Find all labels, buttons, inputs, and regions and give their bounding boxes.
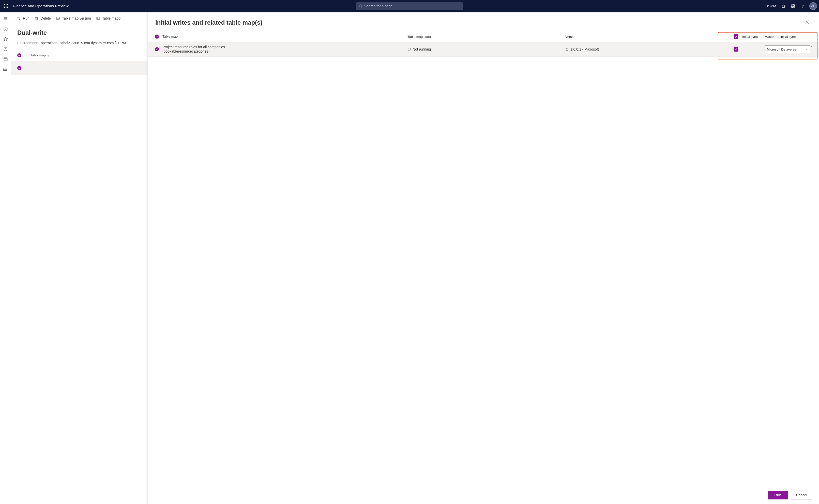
panel-footer: Run Cancel — [148, 486, 819, 504]
svg-point-23 — [3, 68, 4, 69]
left-nav-rail — [0, 12, 11, 504]
col-initial-sync[interactable]: Initial sync — [742, 35, 758, 39]
row-status-icon — [17, 66, 21, 70]
col-map-status[interactable]: Table map status — [407, 35, 565, 39]
cancel-button[interactable]: Cancel — [791, 491, 812, 499]
grid-row-map-line1: Project resource roles for all companies — [162, 45, 404, 50]
top-app-bar: Finance and Operations Preview Search fo… — [0, 0, 819, 12]
nav-favorites-icon[interactable] — [2, 35, 10, 43]
app-title: Finance and Operations Preview — [13, 4, 69, 8]
panel-title: Initial writes and related table map(s) — [155, 19, 262, 26]
user-avatar[interactable]: AD — [809, 2, 817, 10]
cmd-table-map-version[interactable]: 123 Table map version — [56, 16, 91, 20]
panel-grid-row[interactable]: Project resource roles for all companies… — [148, 42, 819, 56]
run-icon — [17, 16, 21, 20]
nav-modules-icon[interactable] — [2, 65, 10, 73]
required-asterisk-icon: * — [811, 45, 812, 48]
company-code[interactable]: USPM — [766, 4, 776, 8]
lock-icon — [565, 48, 569, 51]
svg-point-3 — [4, 6, 5, 6]
svg-point-5 — [7, 6, 8, 6]
col-version[interactable]: Version — [565, 35, 734, 39]
svg-rect-30 — [97, 17, 100, 19]
header-status-icon[interactable] — [17, 53, 21, 57]
cmd-run[interactable]: Run — [17, 16, 29, 20]
grid-header-status-icon[interactable] — [155, 35, 159, 39]
help-icon[interactable] — [799, 2, 807, 10]
svg-point-11 — [793, 5, 794, 7]
cmd-table-mappings[interactable]: Table mappi — [96, 16, 121, 20]
svg-point-8 — [7, 7, 8, 8]
search-icon — [359, 4, 362, 8]
grid-row-version: 1.0.0.1 - Microsoft — [571, 47, 599, 51]
cmd-delete[interactable]: Delete — [35, 16, 51, 20]
svg-point-2 — [7, 4, 8, 5]
nav-home-icon[interactable] — [2, 25, 10, 33]
row-initial-sync-checkbox[interactable] — [734, 47, 738, 52]
panel-grid-header: Table map Table map status Version Initi… — [148, 31, 819, 42]
notifications-icon[interactable] — [779, 2, 787, 10]
svg-line-10 — [361, 7, 362, 8]
svg-rect-35 — [566, 49, 568, 50]
settings-icon[interactable] — [789, 2, 797, 10]
sort-ascending-icon: ↑ — [48, 54, 49, 57]
grid-row-status: Not running — [413, 47, 431, 51]
nav-recent-icon[interactable] — [2, 45, 10, 53]
not-running-icon — [407, 48, 411, 51]
close-icon[interactable] — [804, 19, 811, 27]
initial-writes-panel: Initial writes and related table map(s) … — [147, 12, 819, 504]
nav-workspaces-icon[interactable] — [2, 55, 10, 63]
svg-point-0 — [4, 4, 5, 5]
svg-rect-18 — [4, 58, 7, 61]
grid-row-status-icon — [155, 47, 159, 51]
environment-label: Environment: — [17, 41, 38, 45]
svg-point-6 — [4, 7, 5, 8]
col-table-map[interactable]: Table map — [162, 35, 407, 39]
svg-point-25 — [3, 70, 4, 71]
header-initial-sync-checkbox[interactable] — [734, 34, 738, 39]
grid-row-map-line2: (bookableresourcecategories) — [162, 49, 404, 54]
delete-icon — [35, 16, 39, 20]
master-for-initial-sync-select[interactable]: Microsoft Dataverse * — [765, 45, 810, 53]
global-search-input[interactable]: Search for a page — [356, 2, 463, 10]
chevron-down-icon — [805, 48, 808, 51]
version-icon: 123 — [56, 16, 60, 20]
svg-point-1 — [6, 4, 7, 5]
svg-point-24 — [3, 69, 4, 70]
top-right-controls: USPM AD — [766, 2, 817, 10]
svg-point-7 — [6, 7, 7, 8]
svg-marker-16 — [4, 37, 7, 41]
svg-point-9 — [359, 5, 361, 7]
app-launcher-icon[interactable] — [2, 2, 10, 10]
col-master[interactable]: Master for initial sync — [764, 35, 814, 39]
search-placeholder: Search for a page — [364, 4, 392, 8]
svg-text:123: 123 — [57, 18, 60, 19]
nav-hamburger-icon[interactable] — [2, 14, 10, 23]
mappings-icon — [96, 16, 100, 20]
run-button[interactable]: Run — [768, 491, 788, 499]
environment-value: operations-tsahal2-230619.crm.dynamics.c… — [41, 41, 129, 45]
svg-point-4 — [6, 6, 7, 6]
